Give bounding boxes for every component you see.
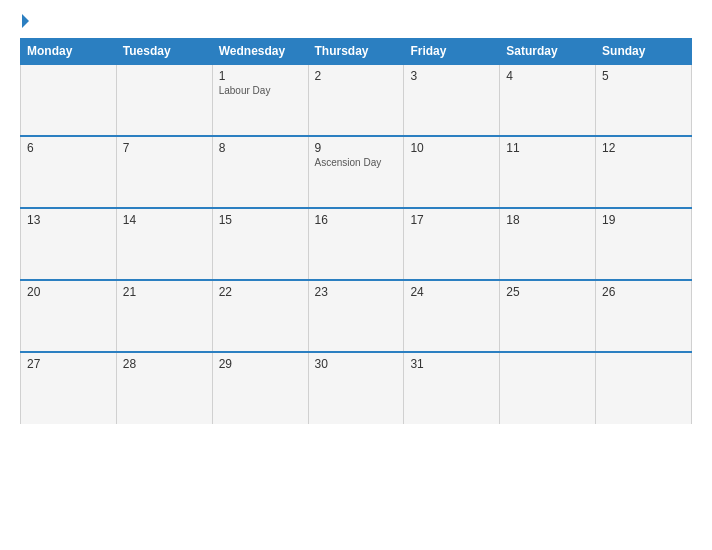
calendar-cell	[21, 64, 117, 136]
calendar-cell: 5	[596, 64, 692, 136]
calendar-cell: 18	[500, 208, 596, 280]
calendar-body: 1Labour Day23456789Ascension Day10111213…	[21, 64, 692, 424]
col-tuesday: Tuesday	[116, 39, 212, 65]
col-sunday: Sunday	[596, 39, 692, 65]
calendar-cell: 3	[404, 64, 500, 136]
cell-date: 8	[219, 141, 302, 155]
calendar-cell: 23	[308, 280, 404, 352]
cell-date: 12	[602, 141, 685, 155]
calendar-cell: 11	[500, 136, 596, 208]
cell-event: Ascension Day	[315, 157, 398, 168]
calendar-cell	[116, 64, 212, 136]
cell-date: 2	[315, 69, 398, 83]
header	[20, 16, 692, 28]
cell-date: 27	[27, 357, 110, 371]
calendar-cell: 22	[212, 280, 308, 352]
cell-date: 11	[506, 141, 589, 155]
cell-date: 14	[123, 213, 206, 227]
calendar-cell: 20	[21, 280, 117, 352]
calendar-cell: 2	[308, 64, 404, 136]
cell-date: 4	[506, 69, 589, 83]
calendar-cell: 27	[21, 352, 117, 424]
week-row-3: 13141516171819	[21, 208, 692, 280]
calendar-cell: 10	[404, 136, 500, 208]
logo-blue-text	[20, 16, 29, 28]
calendar-cell: 21	[116, 280, 212, 352]
calendar-cell: 28	[116, 352, 212, 424]
cell-date: 7	[123, 141, 206, 155]
cell-date: 18	[506, 213, 589, 227]
calendar-cell: 31	[404, 352, 500, 424]
calendar-cell: 17	[404, 208, 500, 280]
cell-date: 26	[602, 285, 685, 299]
cell-date: 24	[410, 285, 493, 299]
cell-date: 21	[123, 285, 206, 299]
calendar-cell: 1Labour Day	[212, 64, 308, 136]
cell-date: 29	[219, 357, 302, 371]
calendar-cell: 15	[212, 208, 308, 280]
cell-date: 9	[315, 141, 398, 155]
calendar-header: MondayTuesdayWednesdayThursdayFridaySatu…	[21, 39, 692, 65]
cell-date: 3	[410, 69, 493, 83]
cell-date: 28	[123, 357, 206, 371]
calendar: MondayTuesdayWednesdayThursdayFridaySatu…	[20, 38, 692, 424]
calendar-cell: 30	[308, 352, 404, 424]
calendar-cell: 16	[308, 208, 404, 280]
calendar-cell: 12	[596, 136, 692, 208]
page: MondayTuesdayWednesdayThursdayFridaySatu…	[0, 0, 712, 550]
calendar-cell: 19	[596, 208, 692, 280]
col-wednesday: Wednesday	[212, 39, 308, 65]
cell-event: Labour Day	[219, 85, 302, 96]
calendar-cell: 7	[116, 136, 212, 208]
cell-date: 25	[506, 285, 589, 299]
cell-date: 30	[315, 357, 398, 371]
cell-date: 1	[219, 69, 302, 83]
calendar-cell: 8	[212, 136, 308, 208]
cell-date: 13	[27, 213, 110, 227]
calendar-cell: 25	[500, 280, 596, 352]
cell-date: 22	[219, 285, 302, 299]
calendar-cell: 4	[500, 64, 596, 136]
cell-date: 19	[602, 213, 685, 227]
cell-date: 6	[27, 141, 110, 155]
calendar-cell	[500, 352, 596, 424]
cell-date: 15	[219, 213, 302, 227]
week-row-2: 6789Ascension Day101112	[21, 136, 692, 208]
cell-date: 10	[410, 141, 493, 155]
week-row-4: 20212223242526	[21, 280, 692, 352]
week-row-1: 1Labour Day2345	[21, 64, 692, 136]
calendar-cell: 6	[21, 136, 117, 208]
col-monday: Monday	[21, 39, 117, 65]
col-friday: Friday	[404, 39, 500, 65]
cell-date: 16	[315, 213, 398, 227]
week-row-5: 2728293031	[21, 352, 692, 424]
logo	[20, 16, 29, 28]
calendar-cell: 9Ascension Day	[308, 136, 404, 208]
logo-triangle-icon	[22, 14, 29, 28]
calendar-cell: 29	[212, 352, 308, 424]
col-saturday: Saturday	[500, 39, 596, 65]
calendar-cell: 24	[404, 280, 500, 352]
calendar-cell: 26	[596, 280, 692, 352]
calendar-cell	[596, 352, 692, 424]
calendar-cell: 13	[21, 208, 117, 280]
calendar-cell: 14	[116, 208, 212, 280]
day-header-row: MondayTuesdayWednesdayThursdayFridaySatu…	[21, 39, 692, 65]
cell-date: 5	[602, 69, 685, 83]
cell-date: 31	[410, 357, 493, 371]
cell-date: 20	[27, 285, 110, 299]
cell-date: 23	[315, 285, 398, 299]
col-thursday: Thursday	[308, 39, 404, 65]
cell-date: 17	[410, 213, 493, 227]
